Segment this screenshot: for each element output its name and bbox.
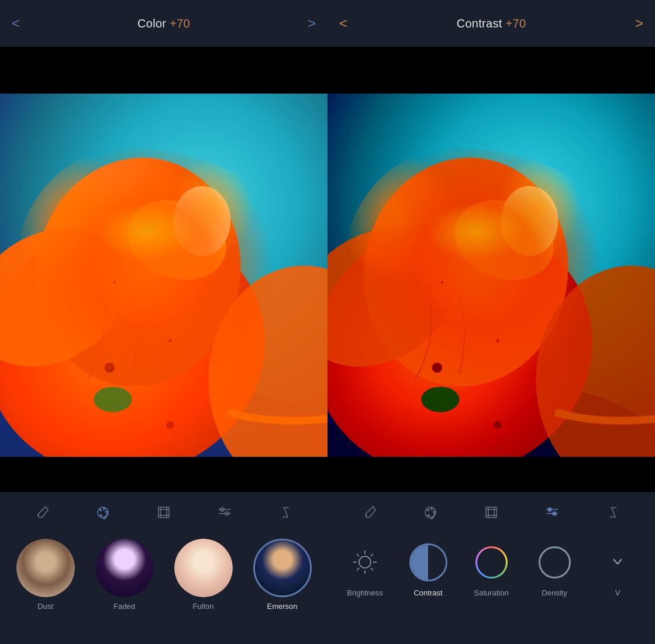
- svg-rect-16: [158, 507, 169, 518]
- svg-point-34: [501, 186, 558, 256]
- filter-dust-label: Dust: [37, 602, 53, 611]
- left-panel-nav-right[interactable]: >: [302, 9, 322, 37]
- left-panel-nav-left[interactable]: <: [6, 9, 26, 37]
- svg-point-43: [428, 514, 430, 516]
- left-sliders-icon[interactable]: [213, 501, 236, 524]
- brightness-icon: [344, 542, 385, 583]
- left-image-area: [0, 94, 328, 457]
- left-flower-svg: [0, 94, 328, 457]
- svg-point-13: [103, 508, 105, 510]
- filter-emerson-image: [255, 540, 310, 595]
- svg-line-62: [371, 568, 373, 570]
- filter-fulton[interactable]: Fulton: [174, 539, 233, 611]
- svg-point-8: [166, 421, 174, 429]
- right-panel-nav-right[interactable]: >: [629, 9, 649, 37]
- adjustment-items: Brightness Contrast Saturation: [333, 542, 649, 597]
- filter-faded[interactable]: Faded: [95, 539, 154, 611]
- svg-point-29: [328, 380, 655, 457]
- adj-density[interactable]: Density: [530, 542, 580, 597]
- filter-faded-image: [95, 539, 154, 597]
- left-panel-value: +70: [170, 17, 190, 30]
- svg-point-4: [0, 201, 153, 394]
- right-panel-nav-left[interactable]: <: [333, 9, 353, 37]
- svg-line-63: [371, 554, 373, 556]
- svg-point-5: [116, 187, 238, 293]
- filter-faded-thumb: [95, 539, 154, 597]
- contrast-circle: [409, 543, 447, 581]
- left-black-bar-top: [0, 47, 328, 94]
- svg-point-35: [432, 363, 442, 373]
- left-black-bar-bottom: [0, 457, 328, 492]
- filter-emerson-label: Emerson: [267, 602, 297, 611]
- density-circle: [539, 546, 571, 578]
- svg-rect-44: [486, 507, 497, 518]
- adj-contrast[interactable]: Contrast: [404, 542, 453, 597]
- svg-rect-0: [0, 94, 328, 457]
- saturation-ring: [475, 546, 508, 578]
- adj-density-label: Density: [542, 588, 567, 597]
- filter-fulton-label: Fulton: [192, 602, 213, 611]
- filter-emerson[interactable]: Emerson: [253, 539, 312, 611]
- svg-line-25: [284, 508, 288, 517]
- left-brush-icon[interactable]: [30, 501, 54, 524]
- svg-point-7: [105, 363, 115, 373]
- filter-fulton-thumb: [174, 539, 233, 597]
- right-image-area: [328, 94, 655, 457]
- adj-saturation[interactable]: Saturation: [467, 542, 516, 597]
- left-panel-title: Color +70: [137, 17, 190, 30]
- filter-faded-label: Faded: [113, 602, 135, 611]
- adj-more[interactable]: V: [593, 542, 643, 597]
- right-black-bar-top: [328, 47, 655, 94]
- right-panel: < Contrast +70 >: [328, 0, 655, 644]
- left-header: < Color +70 >: [0, 0, 328, 47]
- svg-point-56: [359, 556, 371, 568]
- right-panel-title: Contrast +70: [457, 17, 526, 30]
- svg-line-53: [612, 508, 615, 517]
- right-sliders-icon[interactable]: [540, 501, 564, 524]
- left-text-icon[interactable]: [274, 501, 297, 524]
- svg-point-6: [173, 186, 230, 256]
- sun-svg: [350, 547, 380, 577]
- filter-fulton-image: [174, 539, 233, 597]
- svg-point-9: [94, 387, 132, 412]
- svg-line-64: [357, 568, 359, 570]
- right-text-icon[interactable]: [601, 501, 625, 524]
- right-panel-value: +70: [506, 17, 526, 30]
- svg-point-15: [100, 514, 102, 516]
- filter-row: Dust Faded Fulton Emerson: [9, 539, 319, 644]
- adj-brightness[interactable]: Brightness: [340, 542, 390, 597]
- right-header: < Contrast +70 >: [328, 0, 655, 47]
- more-icon: [597, 542, 638, 583]
- left-toolbar: [0, 492, 328, 533]
- right-flower-image: [328, 94, 655, 457]
- left-filter-strip: Dust Faded Fulton Emerson: [0, 533, 328, 644]
- filter-dust-image: [16, 539, 75, 597]
- svg-point-2: [0, 189, 294, 457]
- right-flower-svg: [328, 94, 655, 457]
- left-palette-icon[interactable]: [91, 501, 115, 524]
- svg-point-31: [346, 142, 586, 403]
- svg-point-40: [427, 509, 429, 511]
- right-toolbar: [328, 492, 655, 533]
- left-canvas-icon[interactable]: [152, 501, 175, 524]
- adj-contrast-label: Contrast: [413, 588, 442, 597]
- filter-emerson-thumb: [253, 539, 312, 597]
- filter-dust[interactable]: Dust: [16, 539, 75, 611]
- right-palette-icon[interactable]: [419, 501, 442, 524]
- svg-rect-28: [328, 94, 655, 457]
- svg-point-51: [548, 508, 551, 511]
- contrast-icon: [408, 542, 449, 583]
- svg-point-36: [494, 421, 501, 429]
- right-brush-icon[interactable]: [358, 501, 381, 524]
- right-black-bar-bottom: [328, 457, 655, 492]
- right-adjustment-strip: Brightness Contrast Saturation: [328, 533, 655, 644]
- svg-point-30: [328, 189, 622, 457]
- svg-point-33: [443, 187, 566, 293]
- svg-point-52: [553, 512, 556, 515]
- svg-point-10: [208, 266, 328, 457]
- left-panel: < Color +70 >: [0, 0, 328, 644]
- more-svg: [609, 553, 626, 571]
- right-canvas-icon[interactable]: [480, 501, 503, 524]
- svg-point-41: [430, 508, 433, 510]
- density-icon: [534, 542, 575, 583]
